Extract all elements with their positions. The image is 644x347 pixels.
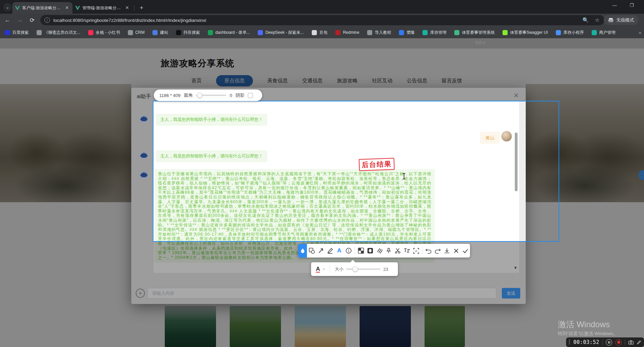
stop-record-button[interactable] <box>615 339 622 346</box>
bookmark-item[interactable]: 百度搜索 <box>5 30 29 36</box>
size-value: 23 <box>383 267 388 272</box>
window-maximize-button[interactable]: ❐ <box>624 0 639 10</box>
incognito-label: 无痕模式 <box>616 17 634 23</box>
eraser-hatch-tool-icon[interactable] <box>375 244 384 258</box>
text-style-bar: A ˅ 大小 23 <box>311 262 398 276</box>
shape-tool-icon[interactable] <box>307 244 316 258</box>
pen-tool-icon[interactable] <box>325 244 335 258</box>
droplet-icon <box>300 248 305 253</box>
undo-icon[interactable] <box>424 244 433 258</box>
bookmark-favicon <box>88 30 93 35</box>
bookmark-item[interactable]: Redmine <box>335 30 359 35</box>
radius-slider-knob[interactable] <box>197 93 202 98</box>
radius-value: 0 <box>230 93 232 98</box>
arrow-tool-icon[interactable] <box>316 244 325 258</box>
new-tab-button[interactable]: + <box>137 3 146 12</box>
drag-handle[interactable] <box>569 339 570 345</box>
reload-icon[interactable]: ⟳ <box>27 15 37 25</box>
address-bar[interactable]: i localhost:8080/springboote7z2r88l/fron… <box>40 15 604 25</box>
bookmark-label: 体育赛事管理系统 <box>462 30 495 36</box>
tab-close-icon[interactable]: ✕ <box>64 5 70 11</box>
bookmark-item[interactable]: 导入教程 <box>367 30 391 36</box>
mosaic-tool-icon[interactable] <box>356 244 365 258</box>
bookmark-item[interactable]: 库存管理 <box>422 30 446 36</box>
confirm-capture-icon[interactable] <box>461 244 470 258</box>
bookmarks-bar: 百度搜索《聊斋志异白话文...全栈 - 小红书CRM建站抖音搜索dashboar… <box>0 27 644 38</box>
bookmark-item[interactable]: 全栈 - 小红书 <box>88 30 120 36</box>
svg-text:A: A <box>407 250 409 254</box>
ocr-tool-icon[interactable]: A <box>412 244 421 258</box>
zoom-lens-icon[interactable]: 🔍 <box>582 17 589 23</box>
shadow-checkbox[interactable] <box>248 93 253 98</box>
bookmark-label: 体育赛事Swagger UI <box>510 30 548 36</box>
bookmark-label: 爱隆 <box>406 30 415 36</box>
bookmark-label: 库存管理 <box>430 30 446 36</box>
blur-tool-icon[interactable] <box>365 244 375 258</box>
tab-close-icon[interactable]: ✕ <box>124 5 130 11</box>
recording-time: 00:03:52 <box>573 339 599 345</box>
font-size-knob[interactable] <box>352 266 358 272</box>
bookmark-label: Redmine <box>343 30 359 35</box>
bookmark-star-icon[interactable]: ☆ <box>595 17 600 23</box>
tab-admin[interactable]: 管理端-旅游攻略分享系统 ✕ <box>72 2 133 14</box>
cancel-capture-icon[interactable] <box>452 244 461 258</box>
snip-dim-overlay <box>131 101 153 242</box>
bookmark-label: 建站 <box>160 30 168 36</box>
vue-logo-icon <box>75 6 80 10</box>
forward-icon[interactable]: → <box>15 15 25 25</box>
annotate-pencil-icon[interactable] <box>637 339 641 345</box>
back-icon[interactable]: ← <box>3 15 12 25</box>
bookmark-favicon <box>176 30 181 35</box>
bookmark-label: 豆包 <box>319 30 327 36</box>
bookmark-label: 商户管理 <box>599 30 616 36</box>
bookmark-item[interactable]: DeepSeek - 探索未... <box>258 30 304 36</box>
bookmark-item[interactable]: 豆包 <box>312 30 327 36</box>
bookmark-favicon <box>208 30 213 35</box>
selection-dimensions: 1186 * 409 <box>159 93 180 98</box>
bookmark-item[interactable]: 体育赛事Swagger UI <box>502 30 548 36</box>
bookmark-label: DeepSeek - 探索未... <box>265 30 304 36</box>
bookmark-item[interactable]: 抖音搜索 <box>176 30 200 36</box>
bookmark-label: 库存小程序 <box>563 30 584 36</box>
bookmark-item[interactable]: 商户管理 <box>592 30 616 36</box>
tab-client[interactable]: 客户端-旅游攻略分享系统 ✕ <box>12 2 72 14</box>
active-tool-indicator <box>298 244 307 258</box>
bookmark-item[interactable]: CRM <box>128 30 145 35</box>
bookmarks-overflow-icon[interactable]: » <box>639 30 641 35</box>
camera-icon[interactable] <box>628 340 634 345</box>
pin-tool-icon[interactable] <box>384 244 393 258</box>
screen: ⌄ 客户端-旅游攻略分享系统 ✕ 管理端-旅游攻略分享系统 ✕ + — ❐ ← … <box>0 0 644 347</box>
tab-search-icon[interactable]: ⌄ <box>3 3 12 11</box>
number-stamp-tool-icon[interactable]: 1 <box>344 244 353 258</box>
radius-label: 圆角 <box>184 92 193 98</box>
bookmark-item[interactable]: 《聊斋志异白话文... <box>37 30 80 36</box>
bookmark-item[interactable]: 建站 <box>152 30 168 36</box>
capture-selection-rect[interactable] <box>153 101 559 242</box>
radius-slider[interactable] <box>196 95 226 96</box>
text-replace-tool-icon[interactable]: A <box>402 244 412 258</box>
url-text: localhost:8080/springboote7z2r88l/front/… <box>53 18 206 23</box>
size-label: 大小 <box>335 266 344 272</box>
text-tool-icon[interactable]: A <box>335 244 344 258</box>
window-minimize-button[interactable]: — <box>607 0 622 10</box>
cut-tool-icon[interactable] <box>393 244 402 258</box>
bookmark-favicon <box>502 30 508 35</box>
site-info-icon[interactable]: i <box>44 17 50 23</box>
browser-toolbar: ← → ⟳ ⌂ i localhost:8080/springboote7z2r… <box>0 14 644 27</box>
bookmark-item[interactable]: dashboard - 录单... <box>208 30 250 36</box>
font-color-button[interactable]: A <box>316 266 320 273</box>
bookmark-label: dashboard - 录单... <box>215 30 250 36</box>
pause-button[interactable] <box>606 339 612 346</box>
bookmark-item[interactable]: 爱隆 <box>399 30 415 36</box>
bookmark-item[interactable]: 库存小程序 <box>556 30 584 36</box>
font-size-slider[interactable] <box>346 268 380 270</box>
chevron-down-icon[interactable]: ˅ <box>323 267 325 271</box>
redo-icon[interactable] <box>433 244 442 258</box>
bookmark-favicon <box>152 30 158 35</box>
vue-logo-icon <box>15 6 20 10</box>
tab-title: 管理端-旅游攻略分享系统 <box>82 5 122 11</box>
bookmark-item[interactable]: 体育赛事管理系统 <box>454 30 495 36</box>
bookmark-favicon <box>37 30 42 35</box>
download-icon[interactable] <box>442 244 452 258</box>
bookmark-favicon <box>312 30 317 35</box>
